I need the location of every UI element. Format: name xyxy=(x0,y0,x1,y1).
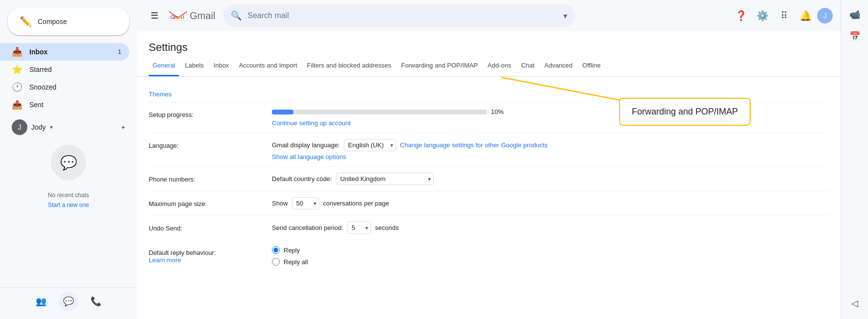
search-icon: 🔍 xyxy=(231,10,242,21)
seconds-label: seconds xyxy=(375,224,399,231)
notifications-button[interactable]: 🔔 xyxy=(796,6,815,25)
svg-text:l: l xyxy=(183,14,184,20)
settings-title: Settings xyxy=(149,41,829,54)
meet-icon-button[interactable]: 📹 xyxy=(845,5,865,24)
sidebar-item-label: Starred xyxy=(29,66,52,73)
sidebar-item-starred[interactable]: ⭐ Starred xyxy=(0,61,129,78)
sidebar-item-label: Sent xyxy=(29,101,44,109)
reply-behaviour-row: Default reply behaviour: Learn more Repl… xyxy=(149,240,829,272)
help-button[interactable]: ❓ xyxy=(731,6,751,25)
inbox-icon: 📥 xyxy=(12,46,22,57)
page-size-select[interactable]: 10 25 50 100 xyxy=(292,197,319,209)
chat-icon-button[interactable]: 💬 xyxy=(59,292,78,311)
chat-empty: No recent chats Start a new one xyxy=(0,188,137,212)
calendar-icon-button[interactable]: 📅 xyxy=(845,26,865,46)
expand-side-panel-button[interactable]: ◁ xyxy=(845,294,865,313)
settings-button[interactable]: ⚙️ xyxy=(753,6,772,25)
cancellation-period-select[interactable]: 5 10 20 30 xyxy=(347,222,371,234)
compose-icon: ✏️ xyxy=(20,16,32,27)
avatar: J xyxy=(12,119,27,135)
sidebar-item-inbox[interactable]: 📥 Inbox 1 xyxy=(0,43,129,61)
language-select-wrap: English (UK) ▾ xyxy=(344,139,396,151)
tab-inbox[interactable]: Inbox xyxy=(210,56,233,76)
start-new-chat-link[interactable]: Start a new one xyxy=(48,202,89,208)
tab-accounts-import[interactable]: Accounts and Import xyxy=(235,56,301,76)
reply-all-label: Reply all xyxy=(284,258,308,266)
reply-behaviour-label: Default reply behaviour: Learn more xyxy=(149,246,256,264)
sidebar-item-snoozed[interactable]: 🕐 Snoozed xyxy=(0,78,129,96)
gmail-logo-icon: G m a i l xyxy=(168,8,188,23)
reply-option[interactable]: Reply xyxy=(272,246,829,254)
tab-labels[interactable]: Labels xyxy=(181,56,207,76)
show-all-language-link[interactable]: Show all language options xyxy=(272,153,346,160)
tab-advanced[interactable]: Advanced xyxy=(540,56,577,76)
avatar-large: 💬 xyxy=(51,145,86,180)
tab-offline[interactable]: Offline xyxy=(579,56,604,76)
sidebar-item-sent[interactable]: 📤 Sent xyxy=(0,96,129,114)
language-value: Gmail display language: English (UK) ▾ C… xyxy=(272,139,829,160)
reply-all-radio[interactable] xyxy=(272,258,280,266)
reply-radio[interactable] xyxy=(272,246,280,254)
phone-value: Default country code: United Kingdom ▾ xyxy=(272,173,829,185)
left-sidebar: ✏️ Compose 📥 Inbox 1 ⭐ Starred 🕐 Snoozed… xyxy=(0,0,137,319)
tab-general[interactable]: General xyxy=(149,56,179,76)
hamburger-menu-button[interactable]: ☰ xyxy=(145,6,164,25)
sidebar-item-label: Inbox xyxy=(29,48,47,56)
phone-icon-button[interactable]: 📞 xyxy=(86,292,106,311)
page-size-select-wrap: 10 25 50 100 ▾ xyxy=(292,197,319,209)
display-language-label: Gmail display language: xyxy=(272,141,340,149)
phone-numbers-row: Phone numbers: Default country code: Uni… xyxy=(149,167,829,191)
search-chevron-icon[interactable]: ▾ xyxy=(563,11,567,21)
compose-button[interactable]: ✏️ Compose xyxy=(8,8,129,35)
sidebar-item-label: Snoozed xyxy=(29,83,56,91)
cancellation-select-wrap: 5 10 20 30 ▾ xyxy=(347,222,371,234)
reply-behaviour-value: Reply Reply all xyxy=(272,246,829,266)
gmail-logo: G m a i l Gmail xyxy=(168,8,215,23)
cancellation-period-label: Send cancellation period: xyxy=(272,224,343,231)
undo-send-row: Undo Send: Send cancellation period: 5 1… xyxy=(149,216,829,240)
language-select[interactable]: English (UK) xyxy=(344,139,396,151)
search-input[interactable] xyxy=(247,11,557,20)
chat-user[interactable]: J Jody ▾ + xyxy=(8,117,129,137)
continue-setup-link[interactable]: Continue setting up account xyxy=(272,119,351,127)
right-sidebar: 📹 📅 ◁ xyxy=(841,0,868,319)
progress-text: 10% xyxy=(491,108,504,115)
change-language-link[interactable]: Change language settings for other Googl… xyxy=(400,141,548,149)
forwarding-tooltip-text: Forwarding and POP/IMAP xyxy=(632,107,738,116)
reply-label: Reply xyxy=(284,247,300,254)
user-name: Jody xyxy=(31,123,46,131)
language-label: Language: xyxy=(149,139,256,149)
learn-more-link[interactable]: Learn more xyxy=(149,256,181,264)
compose-label: Compose xyxy=(38,18,67,25)
undo-label: Undo Send: xyxy=(149,222,256,232)
user-avatar[interactable]: J xyxy=(817,8,833,23)
tab-forwarding-pop-imap[interactable]: Forwarding and POP/IMAP xyxy=(397,56,482,76)
people-icon-button[interactable]: 👥 xyxy=(31,292,51,311)
tab-add-ons[interactable]: Add-ons xyxy=(484,56,515,76)
starred-icon: ⭐ xyxy=(12,64,22,75)
header: ☰ G m a i l Gmail 🔍 ▾ xyxy=(137,0,841,31)
reply-radio-group: Reply Reply all xyxy=(272,246,829,266)
settings-tabs: General Labels Inbox Accounts and Import… xyxy=(137,56,841,77)
tab-filters-blocked[interactable]: Filters and blocked addresses xyxy=(303,56,396,76)
progress-bar-fill xyxy=(272,110,293,114)
sent-icon: 📤 xyxy=(12,99,22,110)
chat-bottom-icons: 👥 💬 📞 xyxy=(0,287,137,315)
forwarding-tooltip: Forwarding and POP/IMAP xyxy=(619,98,751,126)
reply-all-option[interactable]: Reply all xyxy=(272,258,829,266)
page-size-label: Maximum page size: xyxy=(149,197,256,207)
undo-value: Send cancellation period: 5 10 20 30 ▾ xyxy=(272,222,829,234)
apps-button[interactable]: ⠿ xyxy=(774,6,794,25)
svg-text:i: i xyxy=(181,14,182,20)
header-right: ❓ ⚙️ ⠿ 🔔 J xyxy=(731,6,833,25)
search-bar: 🔍 ▾ xyxy=(223,4,575,27)
language-row: Language: Gmail display language: Englis… xyxy=(149,133,829,167)
main-content: ☰ G m a i l Gmail 🔍 ▾ xyxy=(137,0,841,319)
tab-chat[interactable]: Chat xyxy=(517,56,538,76)
add-contact-icon[interactable]: + xyxy=(121,123,125,131)
page-size-row: Maximum page size: Show 10 25 50 100 xyxy=(149,191,829,216)
settings-header: Settings xyxy=(137,31,841,54)
country-select[interactable]: United Kingdom xyxy=(336,173,434,185)
themes-link[interactable]: Themes xyxy=(149,89,172,100)
country-select-wrap: United Kingdom ▾ xyxy=(336,173,434,185)
